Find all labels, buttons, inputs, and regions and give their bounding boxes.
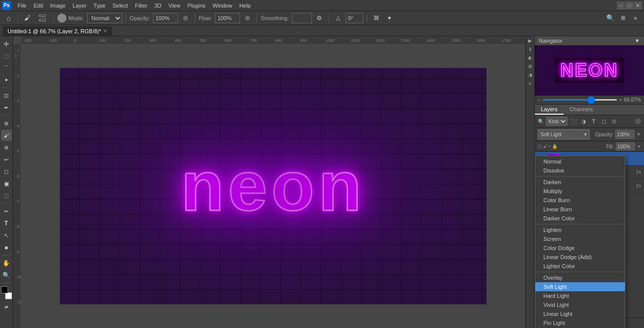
blend-option-darker-color[interactable]: Darker Color bbox=[535, 214, 625, 223]
brush-tool-button[interactable]: 🖌 bbox=[22, 13, 33, 24]
blend-option-color-burn[interactable]: Color Burn bbox=[535, 196, 625, 205]
angle-icon[interactable]: △ bbox=[333, 13, 344, 24]
blend-option-hard-light[interactable]: Hard Light bbox=[535, 291, 625, 300]
blend-option-linear-burn[interactable]: Linear Burn bbox=[535, 205, 625, 214]
filter-pixel-icon[interactable]: ⬛ bbox=[570, 117, 578, 125]
navigator-toggle[interactable]: ▶ bbox=[527, 37, 534, 44]
stamp-tool[interactable]: ⊗ bbox=[1, 142, 12, 153]
tab-close-icon[interactable]: ✕ bbox=[103, 28, 107, 34]
pressure-flow-icon[interactable]: ◎ bbox=[242, 13, 253, 24]
restore-button[interactable]: □ bbox=[625, 2, 633, 10]
select-tool[interactable]: ⬚ bbox=[1, 50, 12, 61]
minimize-button[interactable]: ─ bbox=[617, 2, 625, 10]
pressure-opacity-icon[interactable]: ◎ bbox=[180, 13, 191, 24]
blend-option-linear-dodge[interactable]: Linear Dodge (Add) bbox=[535, 253, 625, 262]
spot-heal-tool[interactable]: ⊕ bbox=[1, 118, 12, 129]
brush-tool[interactable]: 🖌 bbox=[1, 130, 12, 141]
zoom-in-icon[interactable]: + bbox=[619, 98, 622, 103]
eraser-tool[interactable]: ◻ bbox=[1, 166, 12, 177]
pen-tool[interactable]: ✏ bbox=[1, 206, 12, 217]
menu-window[interactable]: Window bbox=[209, 2, 236, 10]
lasso-tool[interactable]: ⌒ bbox=[1, 62, 12, 73]
zoom-slider[interactable] bbox=[542, 99, 617, 101]
navigator-collapse-icon[interactable]: ▼ bbox=[634, 38, 640, 44]
close-button[interactable]: ✕ bbox=[634, 2, 642, 10]
blend-option-linear-light[interactable]: Linear Light bbox=[535, 309, 625, 318]
menu-select[interactable]: Select bbox=[109, 2, 132, 10]
menu-type[interactable]: Type bbox=[90, 2, 109, 10]
blend-mode-dropdown[interactable]: Soft Light ▼ bbox=[538, 129, 590, 139]
filter-adj-icon[interactable]: ◑ bbox=[580, 117, 588, 125]
lock-all-icon[interactable]: 🔒 bbox=[552, 144, 557, 149]
blur-tool[interactable]: ◌ bbox=[1, 190, 12, 201]
eyedropper-tool[interactable]: ✒ bbox=[1, 102, 12, 113]
blend-option-multiply[interactable]: Multiply bbox=[535, 187, 625, 196]
canvas-area[interactable]: neon bbox=[21, 44, 525, 328]
menu-filter[interactable]: Filter bbox=[131, 2, 150, 10]
swap-colors-icon[interactable]: ⇄ bbox=[1, 301, 12, 312]
zoom-out-icon[interactable]: − bbox=[538, 98, 540, 103]
layers-toggle[interactable]: ≡ bbox=[527, 80, 534, 87]
opacity-value-input[interactable] bbox=[615, 130, 634, 139]
blend-option-pin-light[interactable]: Pin Light bbox=[535, 318, 625, 327]
blend-option-dissolve[interactable]: Dissolve bbox=[535, 166, 625, 175]
blend-option-darken[interactable]: Darken bbox=[535, 178, 625, 187]
menu-layer[interactable]: Layer bbox=[69, 2, 90, 10]
blend-option-overlay[interactable]: Overlay bbox=[535, 273, 625, 282]
blend-option-soft-light[interactable]: Soft Light bbox=[535, 282, 625, 291]
filter-kind-dropdown[interactable]: Kind bbox=[546, 117, 568, 126]
info-panel-toggle[interactable]: ℹ bbox=[527, 46, 534, 53]
tab-layers[interactable]: Layers bbox=[535, 105, 564, 115]
blend-option-lighter-color[interactable]: Lighter Color bbox=[535, 262, 625, 271]
filter-type-icon[interactable]: T bbox=[590, 117, 598, 125]
wand-tool[interactable]: ✦ bbox=[1, 74, 12, 86]
menu-edit[interactable]: Edit bbox=[30, 2, 47, 10]
document-tab[interactable]: Untitled-1 @ 66.7% (Layer 2, RGB/8)* ✕ bbox=[2, 26, 113, 36]
menu-file[interactable]: File bbox=[14, 2, 30, 10]
home-button[interactable]: ⌂ bbox=[3, 13, 14, 24]
angle-input[interactable] bbox=[346, 13, 363, 23]
blend-option-vivid-light[interactable]: Vivid Light bbox=[535, 300, 625, 309]
smoothing-gear-icon[interactable]: ⚙ bbox=[314, 13, 325, 24]
filter-shape-icon[interactable]: ◻ bbox=[600, 117, 608, 125]
filter-toggle[interactable] bbox=[635, 118, 641, 124]
foreground-color-swatch[interactable] bbox=[1, 286, 8, 293]
hand-tool[interactable]: ✋ bbox=[1, 258, 12, 269]
lock-paint-icon[interactable]: 🖌 bbox=[543, 144, 547, 149]
menu-help[interactable]: Help bbox=[236, 2, 255, 10]
blend-option-color-dodge[interactable]: Color Dodge bbox=[535, 243, 625, 253]
lock-position-icon[interactable]: + bbox=[548, 144, 551, 149]
menu-3d[interactable]: 3D bbox=[151, 2, 165, 10]
history-tool[interactable]: ↩ bbox=[1, 154, 12, 165]
menu-image[interactable]: Image bbox=[47, 2, 69, 10]
gradient-tool[interactable]: ▣ bbox=[1, 178, 12, 189]
flow-input[interactable] bbox=[215, 13, 240, 23]
extra-button[interactable]: ✦ bbox=[384, 13, 395, 24]
workspace-button[interactable]: ≡ bbox=[630, 13, 641, 24]
symmetry-button[interactable]: ⌘ bbox=[371, 13, 382, 24]
filter-smart-icon[interactable]: ⊙ bbox=[610, 117, 618, 125]
search-icon[interactable]: 🔍 bbox=[605, 13, 616, 24]
opacity-input[interactable] bbox=[153, 13, 178, 23]
tab-channels[interactable]: Channels bbox=[564, 105, 599, 115]
brush-picker-button[interactable] bbox=[57, 14, 66, 23]
arrangement-button[interactable]: ⊞ bbox=[617, 13, 628, 24]
type-tool[interactable]: T bbox=[1, 218, 12, 229]
move-tool[interactable]: ✛ bbox=[1, 38, 12, 49]
blend-option-lighten[interactable]: Lighten bbox=[535, 225, 625, 234]
adjustments-toggle[interactable]: ◑ bbox=[527, 71, 534, 78]
lock-transparent-icon[interactable]: ⊡ bbox=[538, 144, 542, 149]
menu-view[interactable]: View bbox=[165, 2, 184, 10]
blend-option-normal[interactable]: Normal bbox=[535, 157, 625, 166]
color-panel-toggle[interactable]: ◐ bbox=[527, 54, 534, 61]
fill-value-input[interactable] bbox=[616, 142, 635, 150]
crop-tool[interactable]: ⊡ bbox=[1, 90, 12, 101]
shape-tool[interactable]: ■ bbox=[1, 242, 12, 253]
mode-dropdown[interactable]: Normal bbox=[87, 13, 122, 23]
blend-option-screen[interactable]: Screen bbox=[535, 234, 625, 243]
swatches-toggle[interactable]: ⊞ bbox=[527, 63, 534, 70]
smoothing-input[interactable] bbox=[292, 13, 312, 23]
background-color-swatch[interactable] bbox=[5, 292, 12, 299]
path-select-tool[interactable]: ↖ bbox=[1, 230, 12, 241]
menu-plugins[interactable]: Plugins bbox=[184, 2, 209, 10]
